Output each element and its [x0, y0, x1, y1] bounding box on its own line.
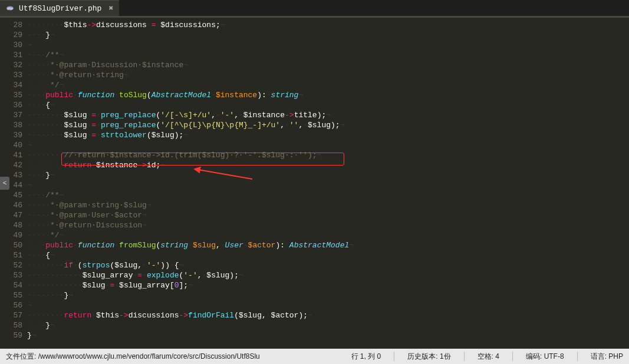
line-number: 40 — [0, 140, 22, 150]
code-line[interactable]: }¬ — [27, 330, 629, 340]
code-line[interactable]: ····{¬ — [27, 250, 629, 260]
divider — [512, 352, 513, 361]
tab-close-icon[interactable]: ✖ — [108, 4, 113, 13]
line-number: 28 — [0, 20, 22, 30]
line-number: 32 — [0, 60, 22, 70]
code-line[interactable]: ·····*·@return·Discussion¬ — [27, 220, 629, 230]
line-number: 34 — [0, 80, 22, 90]
line-number: 39 — [0, 130, 22, 140]
code-line[interactable]: ·····*·@param·string·$slug¬ — [27, 200, 629, 210]
line-number: 57 — [0, 310, 22, 320]
line-number: 37 — [0, 110, 22, 120]
line-number: 47 — [0, 210, 22, 220]
line-number: 30 — [0, 40, 22, 50]
line-number: 54 — [0, 280, 22, 290]
divider — [464, 352, 465, 361]
divider — [394, 352, 394, 361]
code-line[interactable]: ········return·$this->discussions->findO… — [27, 310, 629, 320]
code-line[interactable]: ····}¬ — [27, 30, 629, 40]
line-number: 42 — [0, 160, 22, 170]
editor-area[interactable]: < 28293031323334353637383940414243444546… — [0, 18, 629, 349]
encoding[interactable]: 编码: UTF-8 — [526, 352, 564, 362]
code-line[interactable]: ·····*·@return·string¬ — [27, 70, 629, 80]
line-number: 59 — [0, 330, 22, 340]
line-number: 51 — [0, 250, 22, 260]
code-line[interactable]: ········$slug·=·preg_replace('/[-\s]+/u'… — [27, 110, 629, 120]
code-line[interactable]: ····}¬ — [27, 170, 629, 180]
code-line[interactable]: ····}¬ — [27, 320, 629, 330]
code-line[interactable]: ········}¬ — [27, 290, 629, 300]
code-line[interactable]: ····public·function·fromSlug(string·$slu… — [27, 240, 629, 250]
language-mode[interactable]: 语言: PHP — [591, 352, 623, 362]
line-number: 56 — [0, 300, 22, 310]
line-number: 50 — [0, 240, 22, 250]
code-line[interactable]: ····/**¬ — [27, 50, 629, 60]
code-line[interactable]: ············$slug·=·$slug_array[0];¬ — [27, 280, 629, 290]
code-line[interactable]: ·····*/¬ — [27, 80, 629, 90]
history[interactable]: 历史版本: 1份 — [407, 352, 450, 362]
code-line[interactable]: ············$slug_array·=·explode('-',·$… — [27, 270, 629, 280]
line-number: 33 — [0, 70, 22, 80]
line-number: 52 — [0, 260, 22, 270]
php-file-icon: php — [6, 4, 14, 12]
code-line[interactable]: ¬ — [27, 40, 629, 50]
file-tab[interactable]: php Utf8SlugDriver.php ✖ — [0, 0, 119, 16]
code-line[interactable]: ¬ — [27, 140, 629, 150]
tab-filename: Utf8SlugDriver.php — [19, 4, 101, 13]
line-number: 53 — [0, 270, 22, 280]
code-line[interactable]: ····{¬ — [27, 100, 629, 110]
code-line[interactable]: ········//·return·$instance->id.(trim($s… — [27, 150, 629, 160]
line-number: 38 — [0, 120, 22, 130]
tab-bar: php Utf8SlugDriver.php ✖ — [0, 0, 629, 18]
line-number: 31 — [0, 50, 22, 60]
line-number: 36 — [0, 100, 22, 110]
line-number: 55 — [0, 290, 22, 300]
code-line[interactable]: ····public·function·toSlug(AbstractModel… — [27, 90, 629, 100]
line-number: 41 — [0, 150, 22, 160]
code-line[interactable]: ·····*/¬ — [27, 230, 629, 240]
line-number: 35 — [0, 90, 22, 100]
status-bar: 文件位置: /www/wwwroot/www.cjlu.me/vendor/fl… — [0, 349, 629, 364]
line-number: 45 — [0, 190, 22, 200]
code-line[interactable]: ····/**¬ — [27, 190, 629, 200]
line-number: 58 — [0, 320, 22, 330]
line-number: 49 — [0, 230, 22, 240]
line-number: 48 — [0, 220, 22, 230]
code-line[interactable]: ¬ — [27, 300, 629, 310]
code-content[interactable]: ········$this->discussions·=·$discussion… — [27, 18, 629, 349]
code-line[interactable]: ¬ — [27, 180, 629, 190]
code-line[interactable]: ·····*·@param·Discussion·$instance¬ — [27, 60, 629, 70]
code-line[interactable]: ········$this->discussions·=·$discussion… — [27, 20, 629, 30]
code-line[interactable]: ········$slug·=·strtolower($slug);¬ — [27, 130, 629, 140]
svg-text:php: php — [8, 6, 13, 10]
panel-handle[interactable]: < — [0, 177, 9, 190]
cursor-position[interactable]: 行 1, 列 0 — [351, 352, 381, 362]
indent[interactable]: 空格: 4 — [477, 352, 499, 362]
code-line[interactable]: ········$slug·=·preg_replace('/[^\p{L}\p… — [27, 120, 629, 130]
line-number: 46 — [0, 200, 22, 210]
code-line[interactable]: ········if·(strpos($slug,·'-'))·{¬ — [27, 260, 629, 270]
divider — [577, 352, 578, 361]
file-path: 文件位置: /www/wwwroot/www.cjlu.me/vendor/fl… — [6, 352, 260, 360]
code-line[interactable]: ········return·$instance->id;¬ — [27, 160, 629, 170]
line-number: 29 — [0, 30, 22, 40]
code-line[interactable]: ·····*·@param·User·$actor¬ — [27, 210, 629, 220]
